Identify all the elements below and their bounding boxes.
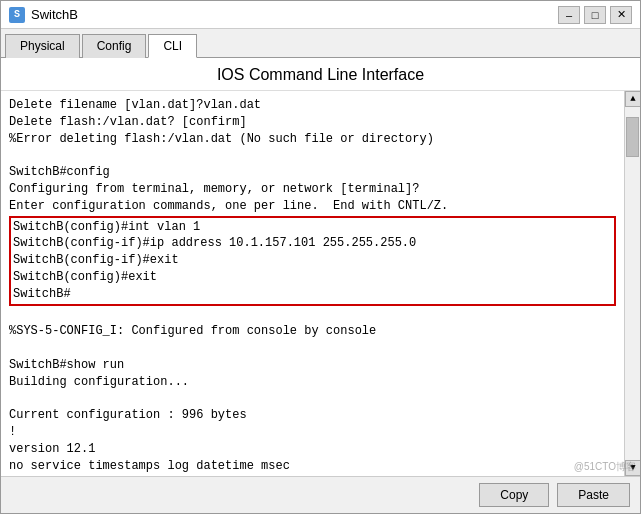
highlighted-cli-block: SwitchB(config)#int vlan 1 SwitchB(confi…: [9, 216, 616, 306]
bottom-bar: Copy Paste: [1, 476, 640, 513]
page-title: IOS Command Line Interface: [1, 58, 640, 91]
scrollbar[interactable]: ▲ ▼: [624, 91, 640, 476]
tab-cli[interactable]: CLI: [148, 34, 197, 58]
paste-button[interactable]: Paste: [557, 483, 630, 507]
maximize-button[interactable]: □: [584, 6, 606, 24]
tabs-bar: Physical Config CLI: [1, 29, 640, 58]
scroll-up-button[interactable]: ▲: [625, 91, 640, 107]
minimize-button[interactable]: –: [558, 6, 580, 24]
scrollbar-track[interactable]: [625, 107, 640, 460]
tab-config[interactable]: Config: [82, 34, 147, 58]
cli-area-wrapper: Delete filename [vlan.dat]?vlan.dat Dele…: [1, 91, 640, 476]
window-controls: – □ ✕: [558, 6, 632, 24]
window-title: SwitchB: [31, 7, 78, 22]
tab-physical[interactable]: Physical: [5, 34, 80, 58]
app-icon: S: [9, 7, 25, 23]
main-window: S SwitchB – □ ✕ Physical Config CLI IOS …: [0, 0, 641, 514]
copy-button[interactable]: Copy: [479, 483, 549, 507]
watermark: @51CTO博客: [574, 460, 636, 474]
title-bar: S SwitchB – □ ✕: [1, 1, 640, 29]
close-button[interactable]: ✕: [610, 6, 632, 24]
scrollbar-thumb[interactable]: [626, 117, 639, 157]
title-bar-left: S SwitchB: [9, 7, 78, 23]
cli-content[interactable]: Delete filename [vlan.dat]?vlan.dat Dele…: [1, 91, 624, 476]
